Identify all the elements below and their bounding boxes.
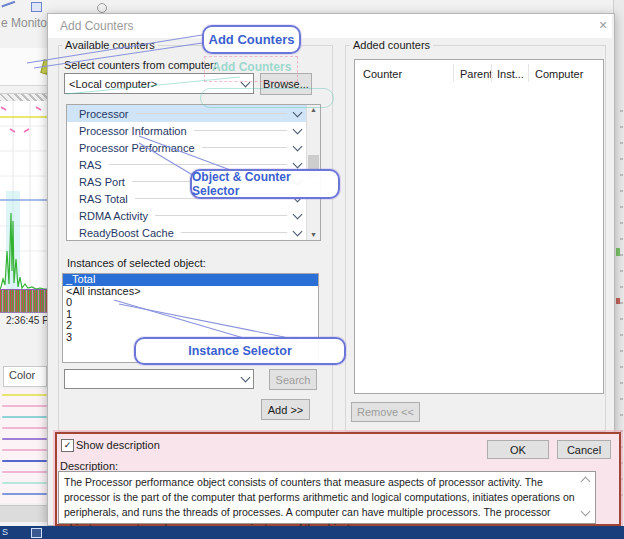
- column-header-computer[interactable]: Computer: [535, 68, 583, 80]
- background-toolbar-glyph: [1, 1, 16, 11]
- delete-counter-icon[interactable]: [22, 59, 38, 73]
- ghost-annotation-outline: [200, 88, 334, 108]
- background-toolbar-icon: [31, 2, 42, 12]
- background-toolbar: [0, 48, 47, 86]
- description-textbox[interactable]: The Processor performance object consist…: [58, 471, 596, 524]
- close-icon[interactable]: ×: [599, 18, 607, 32]
- expand-chevron-icon[interactable]: [293, 209, 303, 219]
- expand-chevron-icon[interactable]: [293, 158, 303, 168]
- instance-item[interactable]: 1: [63, 309, 318, 321]
- add-counter-icon[interactable]: [3, 59, 16, 72]
- expand-chevron-icon[interactable]: [293, 124, 303, 134]
- cancel-button[interactable]: Cancel: [557, 440, 611, 459]
- added-counters-listbox[interactable]: Counter Parent Inst... Computer: [354, 59, 604, 394]
- legend-color-header[interactable]: Color: [3, 366, 47, 387]
- available-counters-label: Available counters: [62, 39, 158, 51]
- instance-item[interactable]: <All instances>: [63, 286, 318, 298]
- counter-item[interactable]: Processor Performance: [67, 139, 307, 156]
- column-header-parent[interactable]: Parent: [460, 68, 492, 80]
- search-button[interactable]: Search: [269, 369, 317, 390]
- dialog-title: Add Counters: [60, 19, 133, 33]
- legend-row[interactable]: [0, 466, 47, 477]
- remove-button[interactable]: Remove <<: [351, 402, 420, 422]
- legend-row[interactable]: [0, 422, 47, 433]
- scroll-down-icon[interactable]: ▼: [307, 230, 320, 240]
- counter-item[interactable]: Processor Information: [67, 122, 307, 139]
- header-separator: [491, 64, 492, 82]
- description-highlight-rect: ✓ Show description OK Cancel Description…: [55, 432, 621, 526]
- legend-row[interactable]: [0, 433, 47, 444]
- ghost-add-counters-text: Add Counters: [212, 60, 291, 74]
- ok-button[interactable]: OK: [487, 440, 549, 459]
- instance-item[interactable]: 0: [63, 297, 318, 309]
- callout-add-counters: Add Counters: [202, 25, 301, 54]
- expand-chevron-icon[interactable]: [293, 226, 303, 236]
- dialog-titlebar[interactable]: Add Counters ×: [48, 14, 612, 38]
- select-computer-label: Select counters from computer:: [64, 59, 217, 71]
- header-separator: [528, 64, 529, 82]
- counter-item[interactable]: ReadyBoost Cache: [67, 224, 307, 240]
- counter-item[interactable]: RDMA Activity: [67, 207, 307, 224]
- chevron-down-icon[interactable]: [241, 373, 251, 383]
- add-button[interactable]: Add >>: [261, 399, 310, 420]
- graph-time-label: 2:36:45 PM: [6, 315, 47, 326]
- legend-row[interactable]: [0, 444, 47, 455]
- instance-search-combo[interactable]: [64, 369, 254, 389]
- added-counters-label: Added counters: [350, 39, 433, 51]
- pin-icon: [97, 3, 107, 13]
- show-description-checkbox[interactable]: ✓: [61, 439, 74, 452]
- expand-chevron-icon[interactable]: [293, 107, 303, 117]
- show-description-label: Show description: [76, 439, 160, 451]
- desc-scroll-down-icon[interactable]: [581, 507, 591, 517]
- legend-row[interactable]: [0, 400, 47, 411]
- legend-row[interactable]: [0, 477, 47, 488]
- expand-chevron-icon[interactable]: [293, 141, 303, 151]
- taskbar-text-fragment: S: [2, 527, 8, 537]
- column-header-instance[interactable]: Inst...: [497, 68, 524, 80]
- window-title-fragment: e Monitor: [1, 16, 47, 30]
- taskbar-app-icon[interactable]: [31, 528, 42, 538]
- instance-item-total[interactable]: _Total: [63, 274, 318, 286]
- legend-row[interactable]: [0, 389, 47, 400]
- graph-noise-band: [0, 289, 47, 312]
- callout-instance-selector: Instance Selector: [134, 337, 346, 365]
- header-separator: [453, 64, 454, 82]
- desc-scroll-up-icon[interactable]: [581, 477, 591, 487]
- edge-red-fleck: [616, 298, 620, 304]
- callout-object-counter-selector: Object & Counter Selector: [190, 169, 340, 199]
- legend-scrollbar[interactable]: [0, 505, 47, 522]
- edge-green-fleck: [616, 248, 620, 256]
- screenshot-root: e Monitor 2:36:45 PM Color: [0, 0, 624, 539]
- column-header-counter[interactable]: Counter: [363, 68, 402, 80]
- legend-row[interactable]: [0, 411, 47, 422]
- legend-row[interactable]: [0, 488, 47, 499]
- taskbar[interactable]: S: [0, 526, 624, 539]
- performance-graph: [0, 101, 47, 313]
- instance-item[interactable]: 2: [63, 320, 318, 332]
- legend-rows: [0, 389, 47, 503]
- description-text: The Processor performance object consist…: [64, 476, 575, 534]
- instances-label: Instances of selected object:: [67, 257, 206, 269]
- legend-row[interactable]: [0, 455, 47, 466]
